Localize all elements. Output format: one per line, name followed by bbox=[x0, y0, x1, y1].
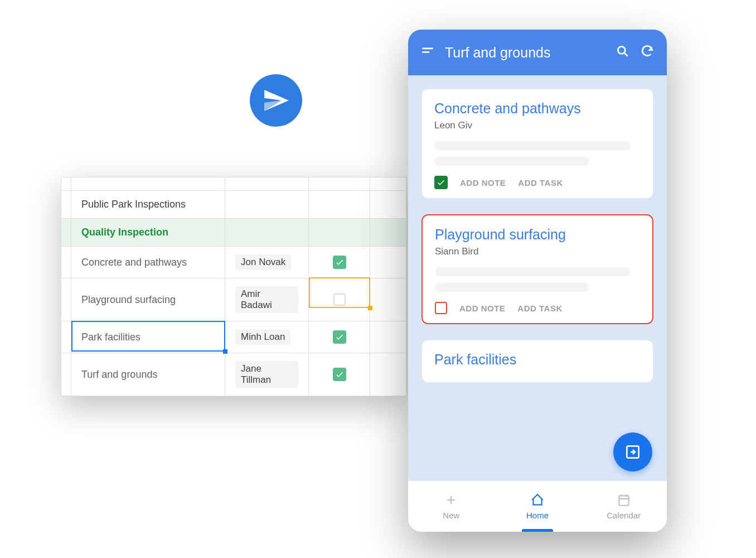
person-chip[interactable]: Jane Tillman bbox=[235, 361, 298, 388]
skeleton-line bbox=[434, 157, 589, 166]
selection-handle bbox=[368, 306, 372, 310]
mobile-header: Turf and grounds bbox=[408, 30, 667, 75]
skeleton-line bbox=[434, 141, 631, 150]
svg-line-3 bbox=[624, 53, 627, 56]
svg-point-2 bbox=[618, 46, 625, 54]
sheet-title-row: Public Park Inspections bbox=[61, 191, 406, 219]
nav-calendar[interactable]: Calendar bbox=[580, 481, 667, 532]
table-row: Turf and grounds Jane Tillman bbox=[61, 353, 406, 396]
inspection-item[interactable]: Playground surfacing bbox=[71, 278, 225, 321]
inspection-card[interactable]: Park facilities bbox=[421, 340, 653, 383]
checkbox-checked-icon[interactable] bbox=[333, 330, 346, 344]
card-title: Park facilities bbox=[434, 352, 641, 368]
fab-button[interactable] bbox=[613, 432, 652, 472]
inspection-card[interactable]: Concrete and pathways Leon Giv ADD NOTE … bbox=[421, 89, 653, 199]
spreadsheet-panel: Public Park Inspections Quality Inspecti… bbox=[61, 177, 406, 396]
checkbox-checked-icon[interactable] bbox=[333, 256, 346, 269]
mobile-bottom-nav: New Home Calendar bbox=[408, 480, 667, 532]
add-task-button[interactable]: ADD TASK bbox=[517, 304, 562, 313]
skeleton-line bbox=[435, 283, 589, 292]
add-task-button[interactable]: ADD TASK bbox=[518, 178, 563, 187]
card-title: Playground surfacing bbox=[435, 227, 640, 243]
inspection-item[interactable]: Concrete and pathways bbox=[71, 247, 225, 278]
nav-new[interactable]: New bbox=[408, 481, 495, 532]
nav-home[interactable]: Home bbox=[495, 481, 581, 532]
mobile-device: Turf and grounds Concrete and pathways L… bbox=[408, 30, 667, 532]
person-chip[interactable]: Minh Loan bbox=[235, 329, 290, 345]
nav-active-indicator bbox=[522, 529, 553, 532]
skeleton-line bbox=[435, 267, 630, 276]
inspection-item[interactable]: Park facilities bbox=[71, 321, 225, 353]
card-assignee: Leon Giv bbox=[434, 120, 641, 131]
svg-rect-1 bbox=[422, 51, 429, 53]
inspection-card-alert[interactable]: Playground surfacing Siann Bird ADD NOTE… bbox=[421, 214, 653, 324]
mobile-content[interactable]: Concrete and pathways Leon Giv ADD NOTE … bbox=[408, 75, 667, 480]
person-chip[interactable]: Amir Badawi bbox=[235, 286, 298, 313]
person-chip[interactable]: Jon Novak bbox=[235, 254, 291, 270]
sheet-section-row: Quality Inspection bbox=[61, 219, 406, 247]
sheet-section[interactable]: Quality Inspection bbox=[71, 219, 225, 246]
svg-rect-0 bbox=[422, 48, 433, 50]
nav-label: Calendar bbox=[607, 511, 641, 520]
table-row: Playground surfacing Amir Badawi bbox=[61, 278, 406, 321]
add-note-button[interactable]: ADD NOTE bbox=[460, 178, 506, 187]
mobile-header-title: Turf and grounds bbox=[445, 45, 605, 61]
paper-plane-icon bbox=[250, 74, 302, 127]
add-note-button[interactable]: ADD NOTE bbox=[459, 304, 505, 313]
checkbox-unchecked-icon[interactable] bbox=[435, 302, 447, 314]
card-assignee: Siann Bird bbox=[435, 246, 640, 257]
nav-label: Home bbox=[526, 511, 549, 520]
checkbox-checked-icon[interactable] bbox=[333, 368, 346, 381]
menu-icon[interactable] bbox=[420, 44, 435, 61]
sheet-title[interactable]: Public Park Inspections bbox=[71, 191, 225, 218]
table-row: Concrete and pathways Jon Novak bbox=[61, 247, 406, 278]
svg-rect-7 bbox=[619, 496, 628, 505]
search-icon[interactable] bbox=[616, 44, 630, 61]
refresh-icon[interactable] bbox=[640, 44, 655, 61]
checkbox-checked-icon[interactable] bbox=[434, 176, 448, 189]
inspection-item[interactable]: Turf and grounds bbox=[71, 353, 225, 396]
card-title: Concrete and pathways bbox=[434, 100, 641, 117]
sheet-header-row bbox=[61, 177, 406, 191]
nav-label: New bbox=[443, 511, 459, 520]
table-row: Park facilities Minh Loan bbox=[61, 321, 406, 353]
checkbox-unchecked-icon[interactable] bbox=[333, 294, 346, 306]
